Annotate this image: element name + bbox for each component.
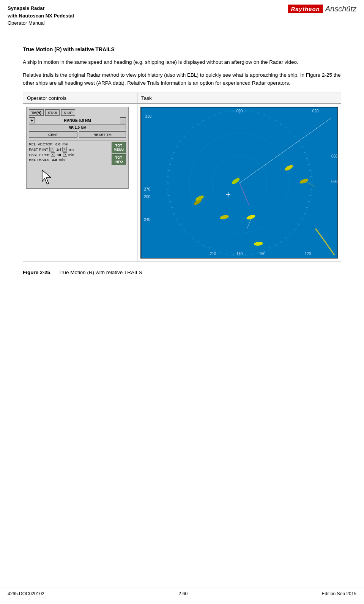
tm-button[interactable]: TM(R) — [29, 109, 44, 116]
past-p-per-unit: min — [68, 153, 74, 157]
radar-display — [140, 107, 338, 259]
past-p-int-label: PAST P INT — [29, 147, 48, 151]
page-header: Synapsis Radar with Nautoscan NX Pedesta… — [0, 0, 364, 27]
raytheon-logo: Raytheon — [288, 5, 323, 13]
bottom-panel: REL VECTOR 6.0 min PAST P INT □ 1/4 > — [29, 142, 126, 165]
radar-control-panel: TM(R) STAB N UP + RANGE 6.0 NM - RR — [26, 107, 129, 189]
document-title: Synapsis Radar with Nautoscan NX Pedesta… — [8, 5, 74, 27]
cursor-icon — [40, 168, 54, 185]
reset-tm-button[interactable]: RESET TM — [79, 131, 126, 138]
nup-button[interactable]: N UP — [61, 109, 75, 116]
table-row: TM(R) STAB N UP + RANGE 6.0 NM - RR — [23, 104, 341, 262]
section-title: True Motion (R) with relative TRAILS — [23, 46, 341, 52]
operator-table: Operator controls Task TM(R) STAB N UP — [23, 93, 341, 262]
logo-area: Raytheon Anschütz — [288, 5, 356, 13]
past-p-int-unit: min — [68, 147, 74, 151]
radar-canvas — [141, 107, 338, 259]
rr-row: RR 1.0 NM — [29, 125, 126, 130]
vector-controls: REL VECTOR 6.0 min PAST P INT □ 1/4 > — [29, 142, 110, 162]
anschutz-logo: Anschütz — [325, 5, 356, 13]
vector-row: REL VECTOR 6.0 min — [29, 142, 110, 146]
past-p-int-frac: 1/4 — [56, 147, 61, 151]
edition: Edition Sep 2015 — [322, 591, 356, 596]
vector-value: 6.0 — [55, 142, 60, 146]
range-decrease-button[interactable]: + — [29, 117, 35, 123]
col-header-task: Task — [137, 93, 341, 104]
panel-divider — [29, 140, 126, 140]
past-p-per-row: PAST P PER < 10 > min — [29, 152, 110, 157]
tgt-menu-button[interactable]: TGTMENU — [112, 142, 126, 153]
cursor-icon-area — [40, 168, 126, 186]
figure-caption: Figure 2-25 True Motion (R) with relativ… — [23, 270, 341, 275]
past-p-per-label: PAST P PER — [29, 153, 50, 157]
paragraph-1: A ship in motion in the same speed and h… — [23, 58, 341, 66]
past-p-per-dec[interactable]: < — [51, 152, 55, 157]
range-display: RANGE 6.0 NM — [36, 118, 119, 123]
paragraph-2: Relative trails is the original Radar me… — [23, 71, 341, 87]
cent-reset-row: CENT RESET TM — [29, 131, 126, 138]
figure-number: Figure 2-25 — [23, 270, 50, 275]
past-p-per-inc[interactable]: > — [63, 152, 67, 157]
stab-button[interactable]: STAB — [45, 109, 60, 116]
col-header-controls: Operator controls — [23, 93, 137, 104]
svg-marker-0 — [42, 170, 51, 184]
page-number: 2-60 — [178, 591, 188, 596]
past-p-int-inc[interactable]: > — [62, 147, 66, 151]
trails-unit: min — [59, 158, 65, 162]
rel-trails-label: REL TRAILS — [29, 158, 49, 162]
range-increase-button[interactable]: - — [120, 117, 126, 123]
title-line1: Synapsis Radar — [8, 5, 74, 12]
figure-caption-main: True Motion (R) with relative TRAILS — [58, 270, 142, 275]
title-line3: Operator Manual — [8, 19, 74, 27]
rr-display: RR 1.0 NM — [29, 125, 126, 130]
doc-number: 4265.DOC020102 — [8, 591, 44, 596]
page-footer: 4265.DOC020102 2-60 Edition Sep 2015 — [0, 588, 364, 596]
past-p-int-row: PAST P INT □ 1/4 > min — [29, 147, 110, 151]
tgt-button-group: TGTMENU TGTINFO — [112, 142, 126, 165]
trails-value: 3.0 — [52, 158, 57, 162]
task-cell — [137, 104, 341, 262]
cent-button[interactable]: CENT — [29, 131, 77, 138]
title-line2: with Nautoscan NX Pedestal — [8, 12, 74, 20]
range-row: + RANGE 6.0 NM - — [29, 117, 126, 123]
vector-label: VECTOR — [38, 142, 52, 146]
rel-label: REL — [29, 142, 36, 146]
tgt-info-button[interactable]: TGTINFO — [112, 154, 126, 166]
vector-unit: min — [62, 142, 68, 146]
main-content: True Motion (R) with relative TRAILS A s… — [0, 31, 364, 295]
past-p-per-value: 10 — [57, 153, 61, 157]
past-p-int-box[interactable]: □ — [49, 147, 54, 151]
figure-caption-text — [52, 270, 57, 275]
controls-cell: TM(R) STAB N UP + RANGE 6.0 NM - RR — [23, 104, 137, 262]
panel-top-row: TM(R) STAB N UP — [29, 109, 126, 116]
trails-row: REL TRAILS 3.0 min — [29, 158, 110, 162]
